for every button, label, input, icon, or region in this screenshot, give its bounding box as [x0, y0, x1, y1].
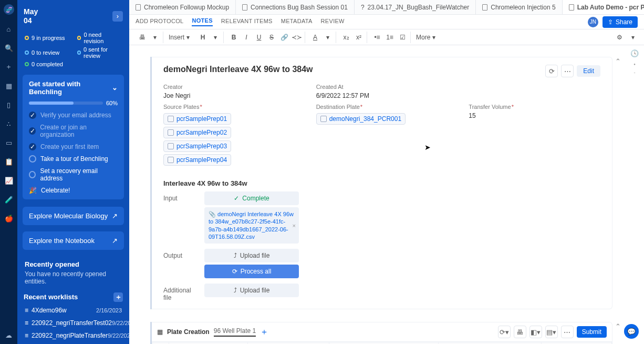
worklist-item[interactable]: ≡new ent collab8/19/2020 [17, 342, 129, 344]
apps-icon[interactable]: ▦ [4, 81, 14, 90]
plate-icon [168, 143, 174, 149]
stat-needreview[interactable]: 0 need revision [84, 32, 122, 44]
stat-inprogress[interactable]: 9 in progress [32, 35, 65, 41]
onboard-task[interactable]: ✓Verify your email address [29, 112, 118, 119]
home-icon[interactable]: ⌂ [4, 24, 14, 34]
table-tab[interactable]: 96 Well Plate 1 [214, 327, 256, 337]
upload-additional-button[interactable]: ⤴Upload file [204, 284, 299, 297]
onboard-task[interactable]: ✓Create your first item [29, 143, 118, 150]
upload-output-button[interactable]: ⤴Upload file [204, 249, 299, 262]
document-tab[interactable]: Chromeleon Followup Mockup [129, 0, 236, 14]
add-tab-button[interactable]: ＋ [260, 327, 268, 338]
submit-button[interactable]: Submit [577, 326, 607, 338]
document-tab[interactable]: Connections Bug Bash Session 01 [236, 0, 355, 14]
subnav-item[interactable]: ADD PROTOCOL [136, 18, 183, 26]
chevron-down-icon[interactable]: ▾ [627, 32, 639, 43]
worklist-item[interactable]: ≡4Xdemo96w2/16/2023 [17, 304, 129, 317]
plus-icon[interactable]: ＋ [4, 62, 14, 72]
insert-menu[interactable]: Insert ▾ [165, 34, 193, 41]
explore-molecular-button[interactable]: Explore Molecular Biology ↗ [23, 207, 124, 225]
italic-icon[interactable]: I [241, 32, 252, 43]
onboard-task[interactable]: ✓Create or join an organization [29, 124, 118, 138]
strike-icon[interactable]: S [266, 32, 277, 43]
clock-icon[interactable]: 🕓 [630, 49, 639, 57]
chevron-down-icon[interactable]: ▾ [210, 32, 221, 43]
stat-sent[interactable]: 0 sent for review [84, 46, 122, 59]
more-menu[interactable]: More ▾ [413, 34, 439, 41]
chevron-down-icon[interactable]: ▾ [322, 32, 334, 43]
refresh-icon[interactable]: ⟳ [545, 65, 558, 77]
print-icon[interactable]: 🖶 [137, 32, 148, 43]
code-icon[interactable]: ≺≻ [291, 32, 303, 43]
search-icon[interactable]: 🔍 [4, 43, 14, 53]
superscript-icon[interactable]: x² [353, 32, 365, 43]
dot-icon[interactable]: ● [633, 71, 636, 74]
plate-table-block: ⌃ ▦ Plate Creation 96 Well Plate 1 ＋ ⟳▾ … [150, 322, 612, 344]
link-icon[interactable]: 🔗 [278, 32, 290, 43]
dest-plate-chip[interactable]: demoNegri_384_PCR001 [316, 113, 406, 125]
stat-completed[interactable]: 0 completed [32, 61, 63, 67]
worklist-item[interactable]: ≡220922_negriPlateTransfer9/22/2022 [17, 329, 129, 342]
chevron-down-icon[interactable]: ▾ [149, 32, 161, 43]
more-icon[interactable]: ⋯ [561, 326, 574, 338]
subnav-item[interactable]: NOTES [192, 17, 212, 26]
stat-toreview[interactable]: 0 to review [32, 49, 59, 56]
more-icon[interactable]: ⋯ [561, 65, 574, 77]
add-worklist-button[interactable]: ＋ [113, 292, 123, 302]
process-all-button[interactable]: ⟳Process all [204, 265, 299, 278]
chevron-down-icon[interactable]: ⌄ [112, 84, 118, 92]
print-icon[interactable]: 🖶 [514, 326, 526, 338]
chat-fab[interactable]: 💬 [624, 324, 639, 339]
inventory-icon[interactable]: ▯ [4, 100, 14, 109]
document-tab[interactable]: Lab Auto Demo - pcr Prep× [563, 0, 644, 14]
dot-icon [77, 36, 81, 40]
user-avatar[interactable]: JN [588, 17, 598, 27]
analytics-icon[interactable]: 📈 [4, 176, 14, 185]
source-plate-chip[interactable]: pcrSamplePrep01 [163, 113, 231, 125]
textcolor-icon[interactable]: A [309, 32, 321, 43]
number-list-icon[interactable]: 1≡ [384, 32, 396, 43]
apple-icon[interactable]: 🍎 [4, 214, 14, 223]
subnav-item[interactable]: RELEVANT ITEMS [221, 18, 273, 26]
onboard-task[interactable]: Set a recovery email address [29, 167, 118, 182]
dot-icon[interactable]: ● [633, 63, 636, 66]
subnav-item[interactable]: METADATA [281, 18, 313, 26]
clipboard-icon[interactable]: 📋 [4, 157, 14, 166]
heading-icon[interactable]: H [197, 32, 209, 43]
subscript-icon[interactable]: x₂ [340, 32, 352, 43]
explore-notebook-button[interactable]: Explore the Notebook ↗ [23, 231, 124, 250]
list-icon: ≡ [25, 307, 28, 314]
underline-icon[interactable]: U [253, 32, 265, 43]
document-body[interactable]: ⌃ demoNegri Interleave 4X 96w to 384w ⟳ … [129, 45, 644, 344]
columns-icon[interactable]: ▤▾ [545, 326, 558, 338]
refresh-icon[interactable]: ⟳▾ [498, 326, 511, 338]
chevron-right-icon[interactable]: › [112, 11, 123, 22]
document-tab[interactable]: Chromeleon Injection 5 [476, 0, 562, 14]
source-plate-chip[interactable]: pcrSamplePrep03 [163, 140, 231, 152]
collapse-icon[interactable]: ⌃ [612, 56, 623, 66]
source-plate-chip[interactable]: pcrSamplePrep04 [163, 154, 231, 166]
subnav-item[interactable]: REVIEW [321, 18, 345, 26]
edit-button[interactable]: Edit [577, 65, 600, 77]
check-icon: ✓ [29, 112, 36, 119]
source-plate-chip[interactable]: pcrSamplePrep02 [163, 127, 231, 138]
team-icon[interactable]: ⛬ [4, 119, 14, 128]
gear-icon[interactable]: ⚙ [614, 32, 625, 43]
check-list-icon[interactable]: ☑ [397, 32, 408, 43]
collapse-icon[interactable]: ⌃ [612, 321, 623, 331]
calendar-icon[interactable]: ▭ [4, 138, 14, 147]
remove-file-icon[interactable]: × [293, 221, 296, 229]
input-file-chip[interactable]: 📎 demoNegri Interleave 4X 96w to 384w_e0… [204, 207, 299, 244]
onboard-task[interactable]: Take a tour of Benchling [29, 155, 118, 163]
worklist-item[interactable]: ≡220922_negriTransferTest029/22/2022 [17, 317, 129, 329]
share-button[interactable]: ⇪ Share [603, 16, 638, 28]
share-icon: ⇪ [608, 18, 613, 26]
export-icon[interactable]: ◧▾ [529, 326, 542, 338]
flask-icon[interactable]: 🧪 [4, 195, 14, 204]
document-tab[interactable]: ?23.04.17_JN_BugBash_FileWatcher [355, 0, 476, 14]
block-title: demoNegri Interleave 4X 96w to 384w [163, 65, 313, 74]
benchling-logo[interactable]: 🧬 [4, 4, 14, 15]
bold-icon[interactable]: B [228, 32, 240, 43]
bullet-list-icon[interactable]: •≡ [371, 32, 383, 43]
cloud-icon[interactable]: ☁ [4, 330, 14, 340]
